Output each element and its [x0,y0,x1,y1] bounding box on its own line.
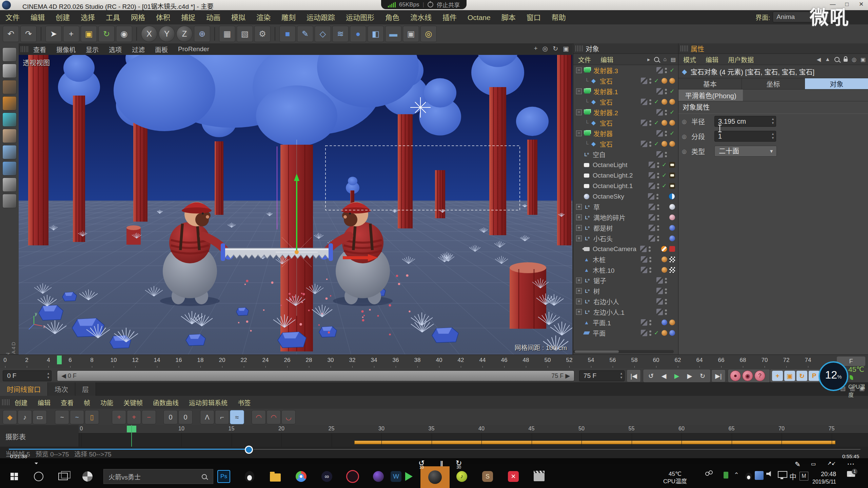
material-tag-mb[interactable] [669,330,675,336]
enabled-check-icon[interactable]: ✓ [669,109,675,116]
menu-运动跟踪[interactable]: 运动跟踪 [301,11,340,24]
end-frame-field[interactable]: 75 F▲▼ [579,370,625,381]
layer-toggle-icon[interactable] [641,256,647,263]
object-name[interactable]: 空白 [593,150,606,159]
layer-toggle-icon[interactable] [641,319,647,326]
linear-interpolation-icon[interactable]: Λ [200,410,214,424]
object-row-平面.1[interactable]: ▲平面.1 [573,317,678,328]
layer-toggle-icon[interactable] [656,298,663,305]
floor-icon[interactable]: ▬ [385,26,401,42]
visibility-dots-icon[interactable] [665,68,667,73]
object-row-发射器.2[interactable]: −发射器.2✓ [573,107,678,118]
film-track-icon[interactable]: ▭ [33,410,47,424]
menu-编辑[interactable]: 编辑 [25,11,50,24]
menu-模拟[interactable]: 模拟 [226,11,251,24]
object-name[interactable]: OctaneLight.2 [593,172,633,179]
language-badge[interactable]: M [800,472,808,481]
add-key-track-icon[interactable]: + [127,410,141,424]
tab-phong-shading[interactable]: 平滑着色(Phong) [678,89,743,101]
material-tag-o[interactable] [669,120,675,126]
layer-toggle-icon[interactable] [648,193,654,200]
object-row-OctaneCamera[interactable]: OctaneCamera [573,244,678,254]
taskbar-icon-folder[interactable] [269,470,282,483]
object-row-OctaneLight.2[interactable]: OctaneLight.2✓ [573,170,678,181]
expand-icon[interactable]: + [576,204,582,210]
enabled-check-icon[interactable]: ✓ [653,77,659,84]
field-input-半径[interactable]: 3.195 cm▲▼ [714,116,776,127]
object-row-满地的碎片[interactable]: +Lº满地的碎片 [573,212,678,223]
volume-icon[interactable] [766,471,772,476]
points-mode-icon[interactable] [2,129,17,143]
layer-toggle-icon[interactable] [649,225,655,231]
timeline-menu-2[interactable]: 查看 [56,398,79,407]
material-tag-mb[interactable] [662,320,667,325]
layer-toggle-icon[interactable] [656,277,663,284]
close-button[interactable]: ✕ [854,0,868,9]
ease-both-icon[interactable]: ◡ [281,410,296,424]
enabled-check-icon[interactable]: ✓ [661,172,667,179]
coordinate-system-icon[interactable]: ⊕ [194,26,210,42]
fcurve-icon[interactable]: ~ [70,410,84,424]
edges-mode-icon[interactable] [2,145,17,159]
collapse-icon[interactable]: − [576,67,582,73]
more-options-icon[interactable]: ⋯ [847,460,854,468]
search-icon[interactable] [654,57,659,62]
model-mode-icon[interactable] [2,64,17,78]
menu-Octane[interactable]: Octane [462,11,496,24]
menu-工具[interactable]: 工具 [100,11,125,24]
frame-range-slider[interactable]: ◀ 0 F 75 F ▶ [57,370,574,381]
target-icon[interactable]: ◎ [852,56,856,63]
scale-tool-icon[interactable]: ▣ [81,26,97,42]
object-row-小石头[interactable]: +Lº小石头 [573,233,678,244]
enabled-check-icon[interactable]: ✓ [669,88,675,95]
object-row-宝石[interactable]: └◆宝石✓ [573,139,678,149]
object-row-木桩[interactable]: ▲木桩 [573,254,678,265]
x-axis-lock-button[interactable]: X [141,26,157,42]
record-keyframe-icon[interactable]: ● [730,370,741,381]
tab-对象[interactable]: 对象 [805,78,868,89]
material-tag-o[interactable] [669,320,675,325]
forward-30-button[interactable]: ↻30 [456,459,462,470]
app-logo-icon[interactable] [81,470,94,483]
viewport-rotate-view-icon[interactable]: ↻ [553,45,558,53]
visibility-dots-icon[interactable] [657,215,659,220]
visibility-dots-icon[interactable] [649,99,651,105]
object-name[interactable]: 平面.1 [593,318,611,327]
material-tag-mp[interactable] [669,215,675,220]
clock[interactable]: 20:482019/5/11 [812,470,836,486]
goto-end-button[interactable]: ▶| [711,369,726,382]
object-row-宝石[interactable]: └◆宝石✓ [573,76,678,86]
taskbar-icon-sogou-input[interactable]: S [481,470,494,483]
history-back-icon[interactable]: ◀ [817,56,821,63]
object-row-树[interactable]: +Lº树 [573,286,678,296]
object-name[interactable]: OctaneCamera [593,245,636,253]
viewport-zoom-view-icon[interactable]: ◎ [542,45,548,53]
material-tag-o[interactable] [662,257,667,262]
taskbar-search-input[interactable]: 火箭vs勇士 [103,469,213,484]
material-tag-red[interactable] [669,246,675,252]
usb-icon[interactable] [724,471,728,479]
object-name[interactable]: OctaneLight [593,161,627,169]
zero-value-icon[interactable]: 0 [178,410,193,424]
object-row-OctaneLight[interactable]: OctaneLight✓ [573,160,678,170]
record-key-icon[interactable]: ◆ [3,410,17,424]
taskbar-icon-streaming-app-active[interactable] [420,466,450,488]
network-icon[interactable] [778,471,787,478]
collapse-icon[interactable]: − [576,130,582,136]
field-input-分段[interactable]: 1▲▼ [714,131,776,142]
enabled-check-icon[interactable]: ✓ [661,161,667,168]
keyframe-circle-icon[interactable]: ◎ [682,133,688,140]
taskbar-icon-music-app[interactable]: ♪ [455,470,469,483]
layer-toggle-icon[interactable] [656,309,663,315]
live-selection-icon[interactable]: ➤ [45,26,62,42]
start-button[interactable] [7,470,21,483]
redo-icon[interactable]: ↷ [20,26,37,42]
camera-icon[interactable]: ▣ [403,26,419,42]
visibility-dots-icon[interactable] [657,204,659,210]
timeline-menu-0[interactable]: 创建 [9,398,33,407]
taskbar-icon-red-x-app[interactable]: ✕ [507,470,520,483]
y-axis-lock-button[interactable]: Y [159,26,175,42]
material-tag-o[interactable] [662,141,667,147]
ease-in-icon[interactable]: ◠ [252,410,266,424]
move-tool-icon[interactable]: + [63,26,79,42]
